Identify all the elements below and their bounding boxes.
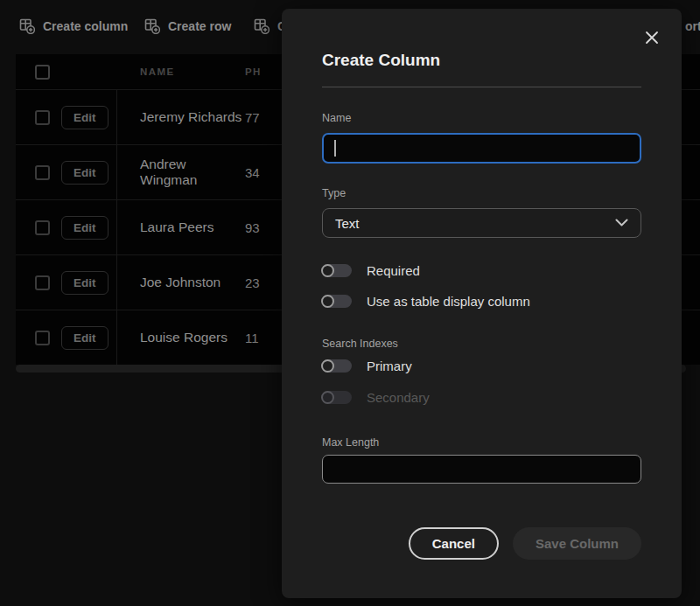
create-column-label: Create column [43,19,128,33]
cell-name: Louise Rogers [117,310,245,365]
type-field-label: Type [322,186,641,200]
cell-name: Jeremy Richards [117,90,245,144]
name-input[interactable] [322,133,641,164]
create-column-modal: Create Column Name Type Text Requir [282,9,682,598]
grid-add-icon [19,18,35,34]
cancel-button[interactable]: Cancel [409,527,499,560]
create-row-button[interactable]: Create row [144,12,231,40]
required-toggle-row: Required [322,261,641,279]
row-checkbox[interactable] [35,331,50,345]
primary-index-toggle[interactable] [322,359,352,373]
display-column-toggle-row: Use as table display column [322,292,641,310]
display-column-toggle-label: Use as table display column [367,294,530,309]
toolbar-right-item-truncated[interactable]: ort [685,12,700,40]
primary-index-toggle-label: Primary [367,359,412,373]
cell-phone: 23 [245,255,260,310]
cell-phone: 11 [245,310,259,365]
create-row-label: Create row [168,19,231,33]
edit-button[interactable]: Edit [61,216,108,240]
cell-name: Joe Johnston [117,255,245,310]
select-all-checkbox[interactable] [35,65,50,80]
column-header-phone: PH [245,66,262,77]
cell-name: Laura Peers [117,200,245,254]
max-length-label: Max Length [322,435,641,449]
name-field-label: Name [322,111,641,125]
grid-add-icon [254,18,270,34]
primary-index-toggle-row: Primary [322,357,641,374]
column-header-name: NAME [140,66,174,77]
modal-title-divider [322,87,641,87]
cell-phone: 93 [245,200,260,254]
required-toggle[interactable] [322,264,352,277]
cell-phone: 77 [245,90,260,144]
edit-button[interactable]: Edit [61,106,108,129]
edit-button[interactable]: Edit [61,161,108,185]
chevron-down-icon [615,215,628,231]
type-select[interactable]: Text [322,208,641,238]
edit-button[interactable]: Edit [61,326,108,350]
max-length-input[interactable] [322,455,641,484]
cell-name: Andrew Wingman [117,145,245,199]
row-checkbox[interactable] [35,110,50,125]
type-select-value: Text [335,216,360,231]
secondary-index-toggle [322,391,352,404]
required-toggle-label: Required [367,263,420,278]
cell-phone: 34 [245,145,260,199]
row-checkbox[interactable] [35,165,50,180]
save-column-button: Save Column [513,527,641,560]
close-icon [645,31,659,47]
secondary-index-toggle-row: Secondary [322,388,641,406]
modal-title: Create Column [322,49,641,72]
close-button[interactable] [641,28,662,49]
text-caret [334,140,336,157]
display-column-toggle[interactable] [322,295,352,308]
secondary-index-toggle-label: Secondary [367,390,430,405]
search-indexes-label: Search Indexes [322,337,641,351]
grid-add-icon [144,18,160,34]
row-checkbox[interactable] [35,275,50,290]
edit-button[interactable]: Edit [61,271,108,295]
row-checkbox[interactable] [35,220,50,235]
create-column-button[interactable]: Create column [19,12,128,40]
